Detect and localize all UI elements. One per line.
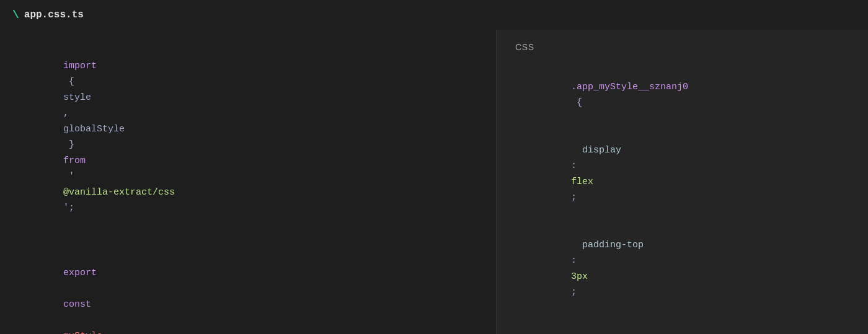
code-line-3: export const myStyle = style ({ <box>19 249 477 334</box>
code-line-1: import { style , globalStyle } from ' @v… <box>19 42 477 232</box>
css-flex-value: flex <box>571 177 593 187</box>
css-paddingtop-prop: padding-top <box>571 240 644 250</box>
token-mystyle: myStyle <box>63 331 102 335</box>
token-space2 <box>63 315 69 325</box>
token-comma1: , <box>63 108 74 118</box>
file-icon: \ <box>12 9 19 21</box>
css-brace-open1: { <box>571 97 582 108</box>
css-colon2: : <box>571 255 582 266</box>
token-quote2: '; <box>63 203 74 213</box>
css-semi1: ; <box>571 192 577 203</box>
css-prop-paddingtop: padding-top : 3px ; <box>515 221 849 316</box>
token-globalstyle-id: globalStyle <box>63 124 125 134</box>
css-colon1: : <box>571 160 582 171</box>
token-style-id: style <box>63 92 91 103</box>
css-3px-value: 3px <box>571 271 588 282</box>
css-class-selector: .app_myStyle__sznanj0 <box>571 82 688 92</box>
app-container: \ app.css.ts import { style , globalStyl… <box>0 0 868 334</box>
token-const: const <box>63 299 91 310</box>
token-module-path: @vanilla-extract/css <box>63 187 175 198</box>
css-panel-title: CSS <box>515 42 849 52</box>
file-title: app.css.ts <box>24 9 84 20</box>
token-space1 <box>63 283 69 294</box>
token-brace-open: { <box>63 76 80 87</box>
empty-line-1 <box>19 232 477 249</box>
css-semi2: ; <box>571 287 577 297</box>
title-bar: \ app.css.ts <box>0 0 868 30</box>
css-prop-display: display : flex ; <box>515 126 849 221</box>
token-export: export <box>63 268 97 278</box>
code-panel: import { style , globalStyle } from ' @v… <box>0 30 496 334</box>
token-brace-close: } <box>63 139 80 150</box>
token-import: import <box>63 61 97 71</box>
token-from: from <box>63 156 86 166</box>
token-quote1: ' <box>63 171 74 182</box>
css-display-prop: display <box>571 145 621 156</box>
css-panel: CSS .app_myStyle__sznanj0 { display : fl… <box>496 30 868 334</box>
css-selector-line-1: .app_myStyle__sznanj0 { <box>515 63 849 126</box>
main-content: import { style , globalStyle } from ' @v… <box>0 30 868 334</box>
css-block-1: .app_myStyle__sznanj0 { display : flex ;… <box>515 63 849 334</box>
css-brace-close-line1: } <box>515 316 849 334</box>
